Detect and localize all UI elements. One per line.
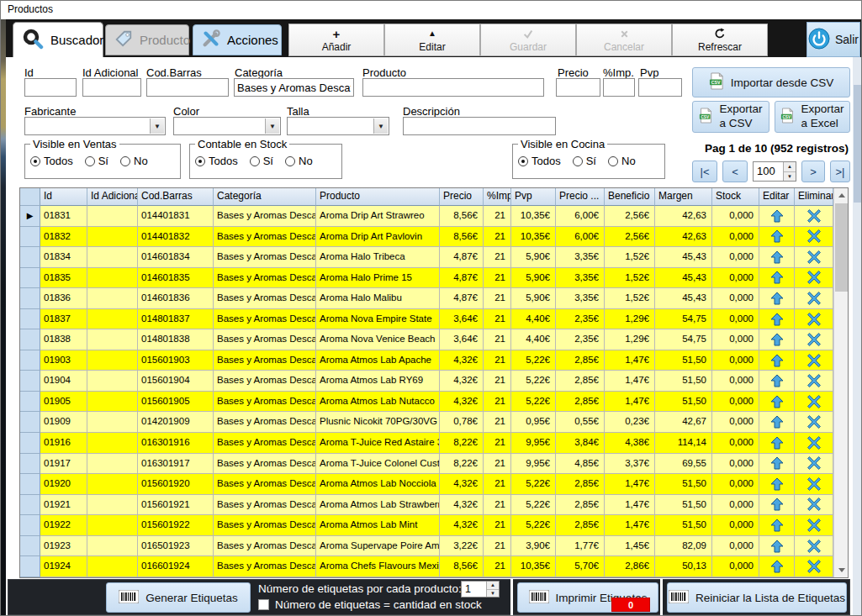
grid-cell[interactable]: 4,32€ [440, 350, 484, 371]
grid-cell[interactable]: 016501923 [138, 536, 214, 557]
radio-option[interactable]: Todos [195, 155, 238, 167]
row-selector[interactable] [20, 433, 40, 454]
row-selector[interactable]: ▶ [20, 206, 40, 227]
grid-cell[interactable]: 0,000 [712, 454, 759, 475]
radio-icon[interactable] [195, 156, 205, 166]
grid-cell[interactable]: 2,85€ [556, 474, 605, 495]
grid-cell[interactable]: 01838 [40, 329, 87, 350]
table-row[interactable]: 01922015601922Bases y Aromas DescataArom… [20, 515, 848, 536]
grid-cell[interactable]: 014401831 [138, 206, 214, 227]
edit-row-icon[interactable] [759, 329, 795, 350]
delete-row-icon[interactable] [795, 474, 833, 495]
edit-row-icon[interactable] [759, 247, 795, 268]
grid-cell[interactable]: 21 [484, 433, 511, 454]
radio-icon[interactable] [608, 156, 618, 166]
table-row[interactable]: 01834014601834Bases y Aromas DescataArom… [20, 247, 848, 268]
grid-cell[interactable]: 01832 [40, 227, 87, 248]
grid-cell[interactable]: 1,52€ [605, 247, 655, 268]
grid-cell[interactable]: 1,29€ [605, 309, 655, 330]
generate-labels-button[interactable]: Generar Etiquetas [106, 582, 251, 613]
edit-row-icon[interactable] [759, 309, 795, 330]
grid-cell[interactable]: 3,84€ [556, 433, 605, 454]
delete-row-icon[interactable] [795, 329, 833, 350]
grid-cell[interactable]: 0,000 [712, 371, 759, 392]
grid-cell[interactable]: 014401832 [138, 227, 214, 248]
grid-cell[interactable]: Bases y Aromas Descata [214, 329, 316, 350]
column-header[interactable]: Id Adicional [87, 188, 138, 206]
grid-cell[interactable] [87, 556, 138, 577]
grid-cell[interactable]: 45,43 [655, 268, 712, 289]
grid-cell[interactable]: 01834 [40, 247, 87, 268]
grid-cell[interactable]: 8,56€ [440, 206, 484, 227]
save-button[interactable]: Guardar [480, 24, 576, 56]
grid-cell[interactable]: 4,40€ [511, 329, 556, 350]
grid-cell[interactable]: Bases y Aromas Descata [214, 371, 316, 392]
grid-cell[interactable] [87, 206, 138, 227]
grid-scrollbar[interactable] [833, 188, 848, 577]
grid-cell[interactable]: 2,86€ [605, 556, 655, 577]
grid-cell[interactable]: 2,85€ [556, 392, 605, 413]
descripcion-input[interactable] [403, 117, 556, 135]
grid-cell[interactable]: 0,000 [712, 536, 759, 557]
table-row[interactable]: 01921015601921Bases y Aromas DescataArom… [20, 495, 848, 516]
grid-cell[interactable]: 0,000 [712, 515, 759, 536]
column-header[interactable]: Id [40, 188, 87, 206]
grid-cell[interactable]: 2,85€ [556, 350, 605, 371]
refresh-button[interactable]: Refrescar [672, 24, 768, 56]
edit-row-icon[interactable] [759, 556, 795, 577]
id-input[interactable] [24, 78, 77, 97]
row-selector[interactable] [20, 536, 40, 557]
grid-cell[interactable]: 1,47€ [605, 371, 655, 392]
grid-cell[interactable]: 21 [484, 474, 511, 495]
grid-cell[interactable]: 4,40€ [511, 309, 556, 330]
grid-cell[interactable]: 01917 [40, 454, 87, 475]
column-header[interactable]: Cod.Barras [138, 188, 214, 206]
grid-cell[interactable]: 01903 [40, 350, 87, 371]
delete-row-icon[interactable] [795, 288, 833, 309]
delete-row-icon[interactable] [795, 392, 833, 413]
grid-cell[interactable]: 5,90€ [511, 268, 556, 289]
table-row[interactable]: 01837014801837Bases y Aromas DescataArom… [20, 309, 848, 330]
grid-cell[interactable]: 1,47€ [605, 474, 655, 495]
grid-cell[interactable] [87, 454, 138, 475]
labels-per-product-spinner[interactable]: ▲▼ [461, 581, 500, 598]
delete-row-icon[interactable] [795, 371, 833, 392]
grid-cell[interactable]: Bases y Aromas Descata [214, 515, 316, 536]
radio-option[interactable]: No [285, 155, 313, 167]
table-row[interactable]: 01920015601920Bases y Aromas DescataArom… [20, 474, 848, 495]
grid-cell[interactable]: 10,35€ [511, 556, 556, 577]
grid-cell[interactable]: 21 [484, 412, 511, 433]
grid-cell[interactable]: 4,87€ [440, 247, 484, 268]
grid-cell[interactable]: 51,50 [655, 495, 712, 516]
grid-cell[interactable] [87, 247, 138, 268]
grid-cell[interactable] [87, 329, 138, 350]
grid-cell[interactable]: 45,43 [655, 288, 712, 309]
grid-cell[interactable]: 21 [484, 329, 511, 350]
row-selector[interactable] [20, 350, 40, 371]
grid-cell[interactable]: 2,85€ [556, 515, 605, 536]
grid-cell[interactable]: Bases y Aromas Descata [214, 247, 316, 268]
grid-cell[interactable]: 21 [484, 247, 511, 268]
table-row[interactable]: 01838014801838Bases y Aromas DescataArom… [20, 329, 848, 350]
export-csv-button[interactable]: CSV Exportara CSV [692, 101, 769, 133]
grid-cell[interactable] [87, 268, 138, 289]
grid-cell[interactable]: 51,50 [655, 515, 712, 536]
grid-cell[interactable]: 016301917 [138, 454, 214, 475]
edit-row-icon[interactable] [759, 392, 795, 413]
grid-cell[interactable]: Bases y Aromas Descata [214, 392, 316, 413]
grid-cell[interactable]: 015601920 [138, 474, 214, 495]
radio-icon[interactable] [30, 156, 40, 166]
grid-cell[interactable]: 01909 [40, 412, 87, 433]
table-row[interactable]: 01916016301916Bases y Aromas DescataArom… [20, 433, 848, 454]
radio-option[interactable]: No [608, 155, 636, 167]
grid-scrollbar-thumb[interactable] [835, 203, 848, 292]
grid-cell[interactable]: 8,56€ [440, 227, 484, 248]
grid-cell[interactable]: 51,50 [655, 371, 712, 392]
delete-row-icon[interactable] [795, 227, 833, 248]
row-selector[interactable] [20, 495, 40, 516]
table-row[interactable]: 01909014201909Bases y Aromas DescataPlus… [20, 412, 848, 433]
radio-option[interactable]: Sí [573, 155, 596, 167]
tab-buscador[interactable]: Buscador [13, 22, 103, 57]
grid-cell[interactable] [87, 392, 138, 413]
column-header[interactable]: Precio [440, 188, 484, 206]
